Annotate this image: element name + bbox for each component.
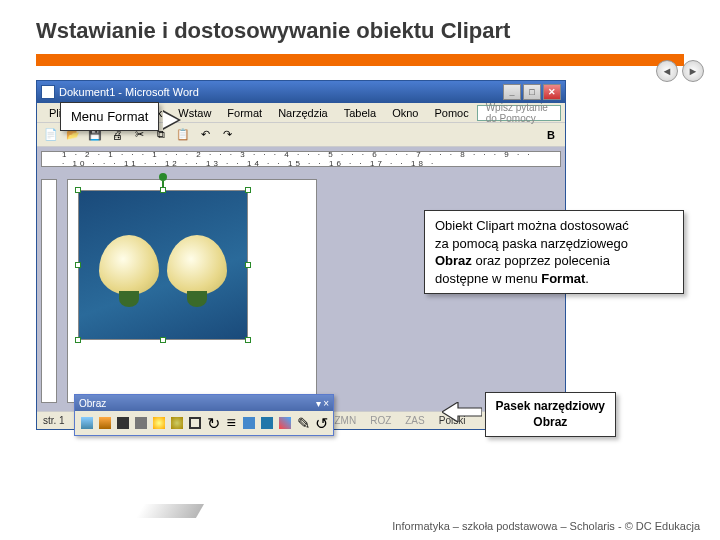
resize-handle[interactable] (245, 262, 251, 268)
bold-button[interactable]: B (541, 125, 561, 145)
rotate-icon[interactable]: ↻ (205, 414, 222, 432)
transparent-color-icon[interactable]: ✎ (295, 414, 312, 432)
more-brightness-icon[interactable] (150, 414, 167, 432)
obraz-toolbar-title: Obraz (79, 398, 106, 409)
resize-handle[interactable] (75, 187, 81, 193)
resize-handle[interactable] (160, 337, 166, 343)
line-style-icon[interactable]: ≡ (223, 414, 240, 432)
rose-icon (99, 235, 159, 295)
reset-picture-icon[interactable]: ↺ (313, 414, 330, 432)
callout-menu-format: Menu Format (60, 102, 159, 131)
crop-icon[interactable] (186, 414, 203, 432)
less-contrast-icon[interactable] (132, 414, 149, 432)
color-icon[interactable] (96, 414, 113, 432)
undo-icon[interactable]: ↶ (195, 125, 215, 145)
prev-slide-button[interactable]: ◄ (656, 60, 678, 82)
window-titlebar: Dokument1 - Microsoft Word _ □ ✕ (37, 81, 565, 103)
status-page: str. 1 (43, 415, 65, 426)
menu-okno[interactable]: Okno (384, 105, 426, 121)
accent-bar (36, 54, 684, 66)
resize-handle[interactable] (75, 337, 81, 343)
next-slide-button[interactable]: ► (682, 60, 704, 82)
insert-picture-icon[interactable] (78, 414, 95, 432)
callout-description: Obiekt Clipart można dostosować za pomoc… (424, 210, 684, 294)
redo-icon[interactable]: ↷ (217, 125, 237, 145)
compress-icon[interactable] (241, 414, 258, 432)
status-roz: ROZ (370, 415, 391, 426)
resize-handle[interactable] (160, 187, 166, 193)
clipart-object[interactable] (78, 190, 248, 340)
footer-decoration (136, 504, 204, 518)
rotate-handle[interactable] (159, 173, 167, 181)
status-zas: ZAS (405, 415, 424, 426)
vertical-ruler[interactable] (41, 179, 57, 403)
less-brightness-icon[interactable] (168, 414, 185, 432)
maximize-button[interactable]: □ (523, 84, 541, 100)
horizontal-ruler[interactable]: 1 · 2 · 1 · · · 1 · · · 2 · · · 3 · · · … (41, 151, 561, 167)
document-page[interactable] (67, 179, 317, 403)
close-button[interactable]: ✕ (543, 84, 561, 100)
arrow-right-icon (163, 110, 181, 130)
word-icon (41, 85, 55, 99)
resize-handle[interactable] (245, 187, 251, 193)
help-search-input[interactable]: Wpisz pytanie do Pomocy (477, 105, 561, 121)
menu-narzedzia[interactable]: Narzędzia (270, 105, 336, 121)
toolbar-close-icon[interactable]: × (323, 398, 329, 409)
svg-marker-0 (442, 402, 482, 422)
footer-text: Informatyka – szkoła podstawowa – Schola… (392, 520, 700, 532)
obraz-toolbar[interactable]: Obraz ▾ × ↻ ≡ ✎ ↺ (74, 394, 334, 436)
resize-handle[interactable] (75, 262, 81, 268)
minimize-button[interactable]: _ (503, 84, 521, 100)
new-doc-icon[interactable]: 📄 (41, 125, 61, 145)
text-wrap-icon[interactable] (259, 414, 276, 432)
callout-obraz-toolbar: Pasek narzędziowy Obraz (485, 392, 616, 437)
chevron-down-icon[interactable]: ▾ (316, 398, 321, 409)
window-title: Dokument1 - Microsoft Word (59, 86, 199, 98)
format-picture-icon[interactable] (277, 414, 294, 432)
arrow-left-icon (442, 402, 482, 422)
clipart-image (79, 191, 247, 339)
menu-tabela[interactable]: Tabela (336, 105, 384, 121)
menu-pomoc[interactable]: Pomoc (426, 105, 476, 121)
status-zmn: ZMN (334, 415, 356, 426)
slide-title: Wstawianie i dostosowywanie obiektu Clip… (0, 0, 720, 44)
rose-icon (167, 235, 227, 295)
more-contrast-icon[interactable] (114, 414, 131, 432)
menu-format[interactable]: Format (219, 105, 270, 121)
resize-handle[interactable] (245, 337, 251, 343)
